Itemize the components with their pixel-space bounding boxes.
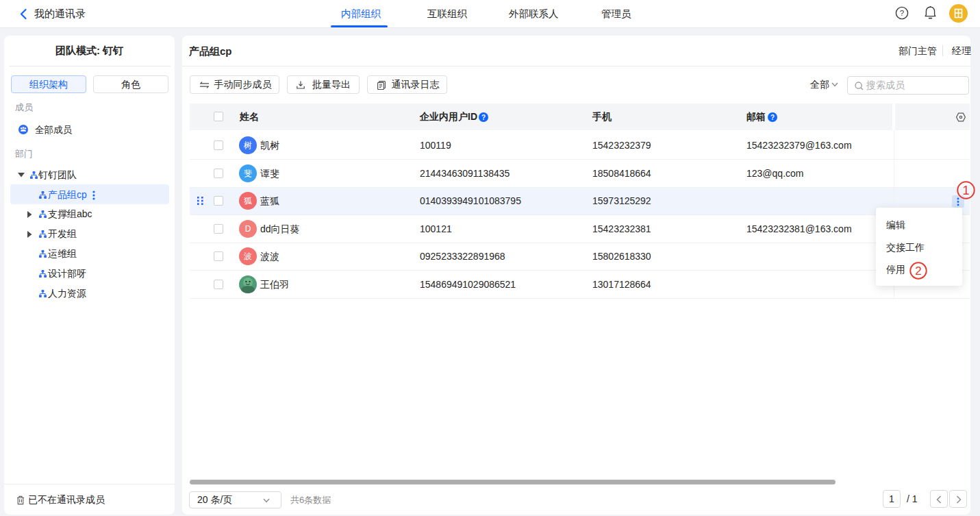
svg-text:?: ? (481, 114, 486, 121)
svg-text:2: 2 (915, 265, 921, 278)
svg-text:1: 1 (962, 184, 969, 197)
svg-text:?: ? (770, 114, 775, 121)
svg-text:?: ? (900, 9, 904, 17)
